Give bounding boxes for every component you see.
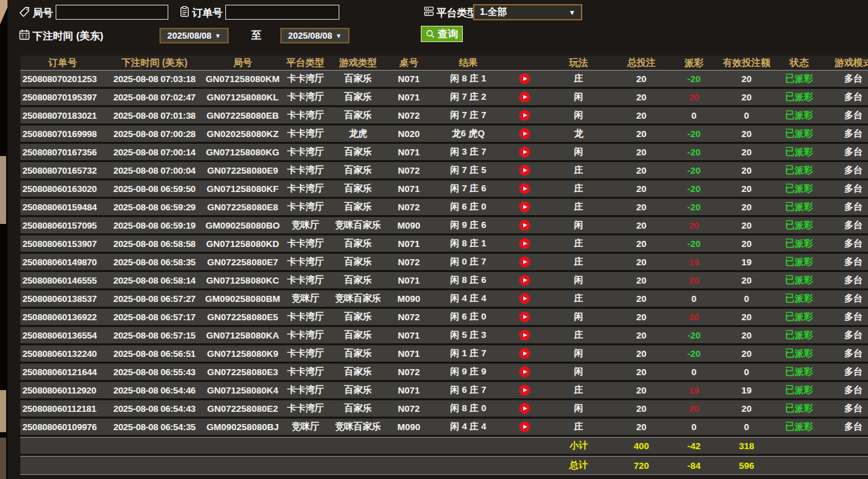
total-bet-cell: 20 — [614, 327, 668, 343]
play-icon — [523, 406, 527, 410]
platform-cell: 卡卡湾厅 — [282, 400, 329, 417]
bet-type-cell: 闲 — [543, 345, 614, 362]
status-badge: 已派彩 — [774, 364, 825, 380]
status-badge: 已派彩 — [774, 162, 825, 178]
order-no-cell: 250808060132240 — [20, 345, 105, 362]
table-no-cell: N071 — [387, 180, 431, 197]
background-shape — [0, 390, 6, 432]
payout-cell: -20 — [668, 180, 719, 197]
valid-bet-cell: 20 — [719, 162, 774, 178]
result-cell: 闲 6 庄 0 — [431, 199, 506, 215]
play-icon — [523, 388, 527, 392]
play-video-button[interactable] — [519, 165, 530, 176]
to-label: 至 — [251, 29, 261, 42]
payout-cell: -20 — [668, 199, 719, 215]
play-cell — [506, 217, 543, 233]
play-video-button[interactable] — [519, 220, 530, 231]
payout-cell: -20 — [668, 327, 719, 343]
game-mode-cell: 多台 — [825, 71, 868, 87]
play-video-button[interactable] — [519, 275, 530, 286]
result-cell: 闲 6 庄 7 — [431, 382, 506, 398]
clipboard-icon — [178, 5, 191, 18]
payout-cell: 0 — [668, 107, 719, 123]
status-badge: 已派彩 — [774, 382, 825, 398]
date-to-value: 2025/08/08 — [288, 31, 333, 41]
bet-time-cell: 2025-08-08 06:59:50 — [105, 180, 204, 197]
date-to-select[interactable]: 2025/08/08 ▼ — [280, 28, 350, 43]
play-video-button[interactable] — [519, 73, 530, 84]
game-type-cell: 竞咪百家乐 — [329, 217, 387, 233]
play-video-button[interactable] — [519, 202, 530, 212]
play-video-button[interactable] — [519, 183, 530, 194]
play-video-button[interactable] — [519, 366, 530, 377]
bet-type-cell: 庄 — [543, 180, 614, 197]
table-no-cell: N072 — [387, 199, 431, 215]
column-header: 桌号 — [387, 56, 431, 70]
bet-time-cell: 2025-08-08 07:02:47 — [105, 89, 204, 105]
play-video-button[interactable] — [519, 256, 530, 267]
play-video-button[interactable] — [519, 238, 530, 249]
round-no-input[interactable] — [56, 5, 168, 20]
subtotal-label: 小计 — [543, 438, 614, 454]
order-no-cell: 250808060159484 — [20, 199, 105, 215]
game-mode-cell: 多台 — [825, 254, 868, 270]
table-row: 250808060163020 2025-08-08 06:59:50 GN07… — [20, 180, 868, 199]
play-video-button[interactable] — [519, 92, 530, 102]
game-mode-cell: 多台 — [825, 345, 868, 362]
tag-icon — [18, 6, 31, 18]
column-header: 平台类型 — [282, 56, 329, 70]
play-cell — [506, 419, 543, 435]
bet-time-cell: 2025-08-08 06:57:27 — [105, 290, 204, 307]
play-video-button[interactable] — [519, 110, 530, 121]
payout-cell: -20 — [668, 345, 719, 362]
order-no-cell: 250808060138537 — [20, 290, 105, 307]
play-video-button[interactable] — [519, 348, 530, 359]
table-row: 250808060132240 2025-08-08 06:56:51 GN07… — [20, 345, 868, 364]
game-type-cell: 百家乐 — [329, 199, 387, 215]
round-no-cell: GN071258080KM — [204, 71, 282, 87]
table-no-cell: N072 — [387, 162, 431, 178]
bet-records-page: 局号 订单号 平台类型 1.全部 ▼ 下注时间 (美东) 2025/08/08 … — [0, 0, 868, 479]
total-bet-cell: 20 — [614, 107, 668, 123]
result-cell: 闲 7 庄 6 — [431, 180, 506, 197]
game-type-cell: 竞咪百家乐 — [329, 290, 387, 307]
payout-cell: 0 — [668, 419, 719, 435]
valid-bet-cell: 0 — [719, 290, 774, 307]
play-video-button[interactable] — [519, 385, 530, 396]
play-video-button[interactable] — [519, 128, 530, 139]
game-type-cell: 竞咪百家乐 — [329, 419, 387, 435]
play-video-button[interactable] — [519, 330, 530, 341]
round-no-cell: GM090258080BJ — [204, 419, 282, 435]
play-cell — [506, 89, 543, 105]
platform-cell: 卡卡湾厅 — [282, 180, 329, 197]
valid-bet-cell: 20 — [719, 217, 774, 233]
game-type-cell: 百家乐 — [329, 144, 387, 160]
play-video-button[interactable] — [519, 293, 530, 304]
order-no-cell: 250808070183021 — [20, 107, 105, 123]
order-no-input[interactable] — [225, 5, 339, 20]
order-no-cell: 250808060136554 — [20, 327, 105, 343]
bet-time-cell: 2025-08-08 07:00:28 — [105, 126, 204, 142]
play-video-button[interactable] — [519, 403, 530, 414]
bet-time-cell: 2025-08-08 06:59:19 — [105, 217, 204, 233]
result-cell: 闲 4 庄 4 — [431, 419, 506, 435]
play-video-button[interactable] — [519, 421, 530, 432]
query-button[interactable]: 查询 — [421, 26, 463, 42]
play-icon — [523, 425, 527, 429]
order-no-cell: 250808070169998 — [20, 126, 105, 142]
play-video-button[interactable] — [519, 311, 530, 322]
game-mode-cell: 多台 — [825, 199, 868, 215]
bet-type-cell: 庄 — [543, 419, 614, 435]
table-row: 250808060138537 2025-08-08 06:57:27 GM09… — [20, 290, 868, 309]
round-no-cell: GN071258080K4 — [204, 382, 282, 398]
platform-type-select[interactable]: 1.全部 ▼ — [473, 4, 582, 20]
chevron-down-icon: ▼ — [569, 9, 575, 16]
bet-time-cell: 2025-08-08 07:01:38 — [105, 107, 204, 123]
round-no-cell: GN071258080KA — [204, 327, 282, 343]
total-bet-cell: 20 — [614, 419, 668, 435]
date-from-select[interactable]: 2025/08/08 ▼ — [159, 28, 229, 43]
bet-time-label: 下注时间 (美东) — [33, 30, 103, 43]
platform-type-selected-value: 1.全部 — [480, 6, 507, 18]
play-video-button[interactable] — [519, 147, 530, 157]
play-icon — [523, 77, 527, 81]
